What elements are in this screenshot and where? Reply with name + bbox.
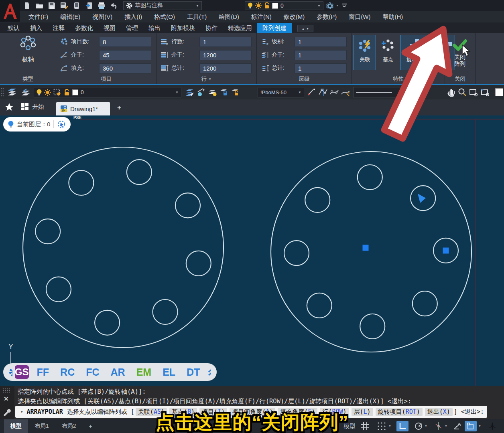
start-tab[interactable]: 开始 [21,103,44,111]
ribbon-tab[interactable]: 插入 [25,23,47,33]
close-command-icon[interactable]: ✕ [4,395,9,403]
angle-between-input[interactable] [99,50,151,60]
new-file-icon[interactable] [22,1,31,10]
fill-angle-input[interactable] [99,63,151,73]
ribbon-tab[interactable]: 参数化 [70,23,98,33]
layer-properties-icon[interactable] [7,87,17,97]
green-check-icon [452,38,467,51]
chevron-down-icon: ▼ [175,91,179,94]
quick-pills: FFRCFCAREMELDT [31,366,206,378]
zoom-window-icon[interactable] [469,87,478,97]
quick-pill[interactable]: AR [105,366,131,378]
undo-icon[interactable] [110,1,118,10]
menu-item[interactable]: 帮助(H) [376,11,409,22]
polar-array-icon[interactable] [326,2,334,9]
quick-pill[interactable]: FC [80,366,105,378]
ribbon-tab[interactable]: 附加模块 [166,23,200,33]
plot-device-icon[interactable] [72,1,81,10]
panel-label-rows[interactable]: 行▼ [156,75,256,83]
quick-pill[interactable]: EL [157,366,181,378]
menu-item[interactable]: 修改(M) [278,11,311,22]
menu-item[interactable]: 工具(T) [181,11,213,22]
quick-pill[interactable]: RC [55,366,80,378]
menu-item[interactable]: 窗口(W) [343,11,376,22]
ribbon-tab[interactable]: 协作 [200,23,223,33]
level-total-icon [261,65,269,72]
level-total-input[interactable] [295,63,347,73]
layer-unlock-icon[interactable] [230,87,240,97]
match-layer-icon[interactable] [197,87,206,97]
menu-item[interactable]: 文件(F) [22,11,54,22]
command-grip-icon[interactable] [2,388,11,393]
menu-item[interactable]: 插入(I) [118,11,148,22]
level-spacing-input[interactable] [295,50,347,60]
quick-pill[interactable]: DT [181,366,205,378]
drawing-canvas[interactable]: Y PSE 当前图层：0 GS FFRCFCAREMELDT [0,115,504,386]
workspace-selector[interactable]: 草图与注释 ▼ [123,1,202,10]
save-icon[interactable] [47,1,56,10]
save-as-icon[interactable] [60,1,69,10]
zoom-previous-icon[interactable] [480,87,490,97]
associative-button[interactable]: 关联 [354,35,376,70]
ribbon-tab[interactable]: 默认 [2,23,25,33]
row-spacing-input[interactable] [199,50,252,60]
polar-array-caret-icon[interactable]: ▼ [336,4,339,7]
row-total-input[interactable] [199,63,252,73]
svg-text:Y: Y [8,343,13,350]
ribbon-tab[interactable]: 管理 [121,23,143,33]
edit-hatch-icon[interactable] [340,87,350,97]
layer-dropdown[interactable]: 0 ▼ [34,87,181,97]
close-array-button[interactable]: 关闭 阵列 [447,35,473,70]
video-subtitle: 点击这里的“关闭阵列” [0,410,504,433]
color-control-swatch[interactable] [495,88,503,96]
make-current-layer-icon[interactable] [185,87,195,97]
rotate-items-button[interactable]: 旋转项目 [400,35,434,70]
export-icon[interactable] [85,1,93,10]
gs-badge[interactable]: GS [15,365,29,379]
double-chevron-up-icon[interactable] [207,367,211,377]
menu-item[interactable]: 编辑(E) [54,11,86,22]
ribbon-tab[interactable]: 注释 [47,23,70,33]
selection-cursor-icon[interactable] [57,120,66,129]
favorites-star-icon[interactable] [5,103,14,111]
layer-toolbar: 0 ▼ !PboMS-50 ▼ [0,85,504,99]
drawing-tab[interactable]: 10 Drawing1* [56,102,110,115]
edit-spline-icon[interactable] [329,87,339,97]
gear-blue-icon[interactable] [9,367,12,377]
layer-selector-top[interactable]: 0 ▼ [245,1,323,10]
layer-previous-icon[interactable] [21,87,30,97]
open-folder-icon[interactable] [35,1,44,10]
ribbon-panel-type: 极轴 类型 [0,33,56,84]
ribbon-tab[interactable]: 阵列创建 [257,23,292,33]
zoom-icon[interactable] [457,87,467,97]
ribbon-tab[interactable]: 视图 [98,23,121,33]
menu-item[interactable]: 格式(O) [148,11,181,22]
quick-pill[interactable]: FF [31,366,55,378]
layer-isolate-icon[interactable] [208,87,217,97]
style-dropdown[interactable]: !PboMS-50 ▼ [258,87,304,97]
new-tab-button[interactable]: + [115,103,124,112]
toolbar-grip[interactable] [0,87,5,97]
ribbon-tab[interactable]: 输出 [143,23,166,33]
layer-lock-icon[interactable] [219,87,229,97]
ribbon-tab[interactable]: 精选应用 [223,23,257,33]
panel-toggle-button[interactable]: ▲▼ [297,25,313,32]
print-icon[interactable] [97,1,106,10]
menu-item[interactable]: 视图(V) [86,11,118,22]
collapse-ribbon-icon[interactable] [341,3,348,8]
match-properties-icon[interactable] [307,87,316,97]
quick-pill[interactable]: EM [131,366,157,378]
level-count-input[interactable] [295,37,347,47]
menu-item[interactable]: 标注(N) [245,11,278,22]
polar-type-button[interactable]: 极轴 [0,35,56,63]
pan-icon[interactable] [446,87,456,97]
field-label: 填充: [71,65,96,72]
edit-polyline-icon[interactable] [318,87,327,97]
linetype-dropdown[interactable] [353,87,417,97]
base-point-button[interactable]: 基点 [377,35,399,70]
row-count-input[interactable] [199,37,252,47]
item-count-input[interactable] [99,37,151,47]
menu-item[interactable]: 绘图(D) [213,11,245,22]
gear-icon [126,2,132,9]
menu-item[interactable]: 参数(P) [311,11,343,22]
